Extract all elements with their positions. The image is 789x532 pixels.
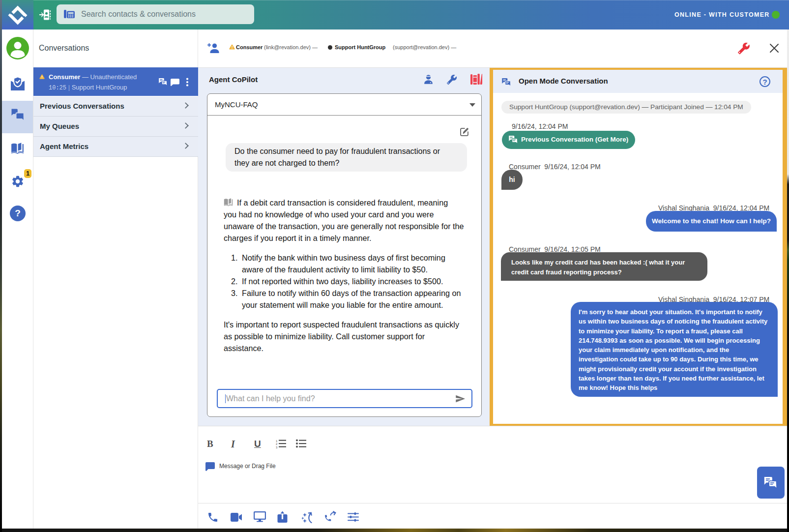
svg-text:2: 2 — [276, 443, 278, 445]
svg-text:1: 1 — [276, 440, 278, 443]
svg-text:3: 3 — [276, 446, 278, 449]
